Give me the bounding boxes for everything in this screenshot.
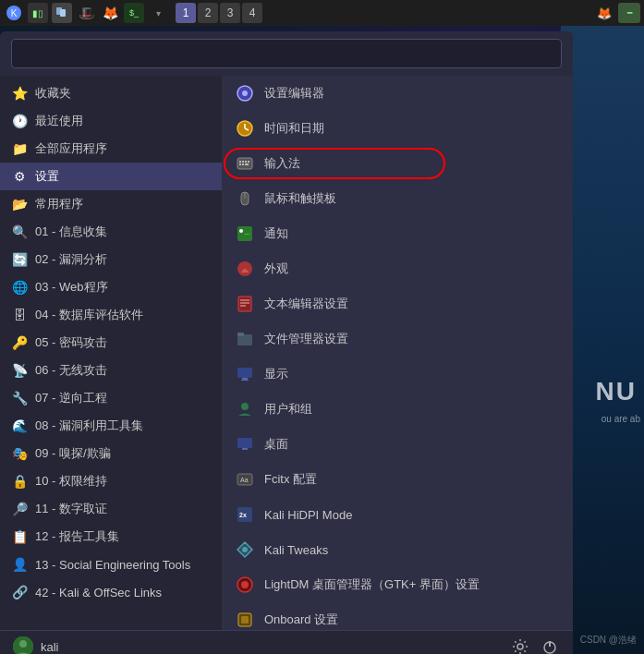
sidebar-item-12-label: 12 - 报告工具集: [35, 528, 119, 545]
settings-editor-label: 设置编辑器: [264, 85, 324, 102]
taskbar: K ▮▯ 🎩 🦊 $_ ▾ 1 2 3 4 🦊 ━: [0, 0, 644, 26]
sidebar-item-01[interactable]: 🔍 01 - 信息收集: [0, 218, 222, 246]
svg-rect-10: [239, 161, 241, 163]
sidebar-item-03[interactable]: 🌐 03 - Web程序: [0, 273, 222, 301]
exploit-icon: 🌊: [11, 418, 28, 434]
panel-item-appearance[interactable]: 外观: [222, 251, 573, 286]
sidebar-item-08[interactable]: 🌊 08 - 漏洞利用工具集: [0, 412, 222, 440]
appearance-label: 外观: [264, 260, 288, 277]
svg-text:…: …: [244, 229, 250, 236]
terminal2-icon[interactable]: $_: [124, 3, 144, 23]
display-icon: [235, 364, 255, 384]
sidebar-item-all-apps[interactable]: 📁 全部应用程序: [0, 135, 222, 163]
panel-item-mouse[interactable]: 鼠标和触摸板: [222, 181, 573, 216]
sidebar-item-01-label: 01 - 信息收集: [35, 224, 107, 240]
minimize-icon[interactable]: ━: [618, 3, 640, 23]
panel-item-kali-hidpi[interactable]: 2x Kali HiDPI Mode: [222, 497, 573, 532]
files-icon[interactable]: [52, 3, 72, 23]
social-icon: 👤: [11, 556, 28, 573]
power-icon[interactable]: [540, 636, 560, 654]
sidebar-item-11-label: 11 - 数字取证: [35, 501, 107, 517]
forensics-icon: 🔎: [11, 501, 28, 517]
svg-point-32: [241, 403, 249, 410]
panel-item-text-editor[interactable]: 文本编辑器设置: [222, 286, 573, 321]
svg-text:K: K: [11, 8, 18, 18]
mouse-label: 鼠标和触摸板: [264, 190, 336, 207]
file-manager-icon: [235, 329, 255, 349]
panel-item-desktop[interactable]: 桌面: [222, 427, 573, 462]
persist-icon: 🔒: [11, 473, 28, 490]
svg-rect-31: [241, 380, 249, 381]
sidebar: ⭐ 收藏夹 🕐 最近使用 📁 全部应用程序 ⚙ 设置 📂 常用程序 🔍 01: [0, 76, 222, 630]
panel-item-display[interactable]: 显示: [222, 357, 573, 392]
workspace-tab-2[interactable]: 2: [198, 3, 218, 23]
sidebar-item-07-label: 07 - 逆向工程: [35, 390, 107, 406]
redhat-icon[interactable]: 🎩: [76, 3, 96, 23]
firefox-icon[interactable]: 🦊: [100, 3, 120, 23]
sidebar-item-favorites[interactable]: ⭐ 收藏夹: [0, 79, 222, 107]
sidebar-item-42-label: 42 - Kali & OffSec Links: [35, 586, 162, 600]
all-apps-icon: 📁: [11, 140, 28, 157]
terminal-icon[interactable]: ▮▯: [28, 3, 48, 23]
settings-gear-icon[interactable]: [510, 636, 530, 654]
svg-text:2x: 2x: [239, 512, 247, 518]
favorites-icon: ⭐: [11, 85, 28, 102]
sidebar-item-09[interactable]: 🎭 09 - 嗅探/欺骗: [0, 440, 222, 467]
info-gather-icon: 🔍: [11, 224, 28, 240]
recent-icon: 🕐: [11, 113, 28, 129]
panel-item-time-date[interactable]: 时间和日期: [222, 111, 573, 146]
username-label: kali: [41, 640, 59, 654]
vuln-analysis-icon: 🔄: [11, 251, 28, 268]
web-icon: 🌐: [11, 279, 28, 296]
kali-hidpi-icon: 2x: [235, 504, 255, 525]
time-date-label: 时间和日期: [264, 120, 324, 137]
sidebar-item-recent[interactable]: 🕐 最近使用: [0, 107, 222, 135]
search-bar-container: 🔍: [0, 31, 573, 76]
panel-item-lightdm[interactable]: LightDM 桌面管理器（GTK+ 界面）设置: [222, 567, 573, 602]
sidebar-item-13[interactable]: 👤 13 - Social Engineering Tools: [0, 551, 222, 578]
kali-dragon-icon[interactable]: K: [4, 3, 24, 23]
display-label: 显示: [264, 366, 288, 382]
settings-editor-icon: [235, 83, 255, 103]
search-input[interactable]: [11, 39, 562, 68]
workspace-tab-3[interactable]: 3: [220, 3, 240, 23]
chevron-icon[interactable]: ▾: [148, 3, 168, 23]
sidebar-item-settings[interactable]: ⚙ 设置: [0, 163, 222, 190]
notifications-label: 通知: [264, 225, 288, 242]
svg-point-46: [19, 640, 27, 648]
sidebar-item-06[interactable]: 📡 06 - 无线攻击: [0, 357, 222, 384]
workspace-tab-4[interactable]: 4: [242, 3, 262, 23]
kali-tweaks-icon: [235, 539, 255, 560]
sidebar-item-42[interactable]: 🔗 42 - Kali & OffSec Links: [0, 578, 222, 606]
svg-point-5: [242, 91, 248, 96]
panel-item-settings-editor[interactable]: 设置编辑器: [222, 76, 573, 111]
sidebar-item-10[interactable]: 🔒 10 - 权限维持: [0, 467, 222, 495]
sidebar-item-02[interactable]: 🔄 02 - 漏洞分析: [0, 246, 222, 273]
settings-panel: 设置编辑器 时间和日期 输入法 鼠标和: [222, 76, 573, 630]
panel-item-notifications[interactable]: … 通知: [222, 216, 573, 251]
svg-point-39: [242, 547, 248, 552]
svg-rect-15: [242, 164, 244, 165]
panel-item-fcitx[interactable]: Aa Fcitx 配置: [222, 462, 573, 497]
sidebar-item-02-label: 02 - 漏洞分析: [35, 251, 107, 268]
sidebar-item-04-label: 04 - 数据库评估软件: [35, 307, 143, 323]
sidebar-item-11[interactable]: 🔎 11 - 数字取证: [0, 495, 222, 523]
firefox2-icon[interactable]: 🦊: [594, 3, 614, 23]
fcitx-label: Fcitx 配置: [264, 471, 317, 488]
workspace-tab-1[interactable]: 1: [176, 3, 196, 23]
panel-item-input-method[interactable]: 输入法: [222, 146, 573, 181]
sidebar-item-12[interactable]: 📋 12 - 报告工具集: [0, 523, 222, 551]
desktop-logo: NU: [596, 377, 637, 406]
sidebar-item-common[interactable]: 📂 常用程序: [0, 190, 222, 218]
sidebar-item-07[interactable]: 🔧 07 - 逆向工程: [0, 384, 222, 412]
panel-item-kali-tweaks[interactable]: Kali Tweaks: [222, 532, 573, 567]
common-icon: 📂: [11, 196, 28, 212]
panel-item-onboard[interactable]: Onboard 设置: [222, 602, 573, 630]
panel-item-file-manager[interactable]: 文件管理器设置: [222, 321, 573, 357]
users-label: 用户和组: [264, 401, 312, 418]
panel-item-users[interactable]: 用户和组: [222, 392, 573, 427]
sidebar-item-05[interactable]: 🔑 05 - 密码攻击: [0, 329, 222, 357]
workspace-tabs: 1 2 3 4: [176, 3, 262, 23]
sidebar-item-04[interactable]: 🗄 04 - 数据库评估软件: [0, 301, 222, 329]
desktop-label: 桌面: [264, 436, 288, 453]
